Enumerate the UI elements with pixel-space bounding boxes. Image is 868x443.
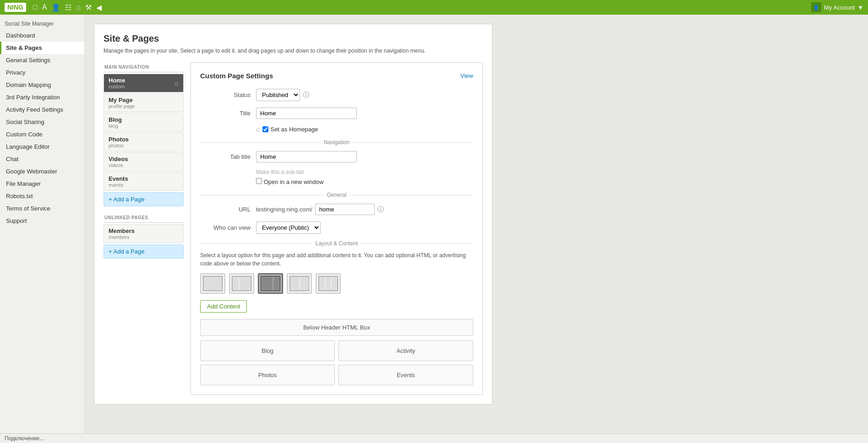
sidebar-item-domain-mapping[interactable]: Domain Mapping: [0, 79, 84, 91]
open-window-label[interactable]: Open in a new window: [256, 178, 323, 185]
layout-option-3[interactable]: [258, 273, 283, 294]
sidebar-item-file-manager[interactable]: File Manager: [0, 178, 84, 190]
sidebar-item-google-webmaster[interactable]: Google Webmaster: [0, 165, 84, 178]
logo[interactable]: NING: [5, 3, 26, 12]
status-label: Status: [200, 92, 251, 98]
tab-title-label: Tab title: [200, 153, 251, 160]
layout-option-2[interactable]: [229, 273, 254, 294]
add-page-button-main[interactable]: + Add a Page: [104, 192, 184, 206]
add-page-button-unlinked[interactable]: + Add a Page: [104, 244, 184, 259]
url-help-icon[interactable]: ⓘ: [377, 205, 384, 214]
open-window-checkbox[interactable]: [256, 178, 262, 184]
tab-title-row: Tab title: [200, 151, 473, 162]
svg-rect-6: [262, 277, 273, 290]
account-avatar: 👤: [811, 2, 821, 12]
layout: Social Site Manager Dashboard Site & Pag…: [0, 15, 868, 443]
page-item-events[interactable]: Events events: [104, 172, 184, 191]
page-item-videos-name: Videos: [109, 156, 128, 162]
content-grid: Blog Activity Photos Events: [200, 340, 473, 385]
page-item-blog-name: Blog: [109, 116, 122, 123]
page-item-home-name: Home: [109, 77, 125, 84]
sidebar-item-site-pages[interactable]: Site & Pages: [0, 42, 84, 54]
logo-text: NING: [5, 3, 26, 12]
sidebar-item-language-editor[interactable]: Language Editor: [0, 140, 84, 153]
page-item-members-name: Members: [109, 227, 135, 234]
tab-title-input[interactable]: [256, 151, 357, 162]
svg-rect-7: [273, 277, 279, 290]
layout-option-5[interactable]: [316, 273, 341, 294]
url-label: URL: [200, 206, 251, 213]
main-content: Site & Pages Manage the pages in your si…: [85, 15, 868, 443]
status-select[interactable]: Published Draft Hidden: [256, 89, 300, 101]
svg-rect-9: [291, 277, 299, 290]
svg-rect-1: [204, 277, 221, 290]
layout-option-1[interactable]: [200, 273, 225, 294]
sidebar-item-robots-txt[interactable]: Robots.txt: [0, 190, 84, 202]
page-item-blog[interactable]: Blog blog: [104, 113, 184, 132]
layout-description: Select a layout option for this page and…: [200, 251, 473, 268]
svg-rect-13: [326, 277, 331, 290]
page-item-mypage[interactable]: My Page profile page: [104, 93, 184, 112]
svg-rect-4: [240, 277, 250, 290]
home-nav-icon[interactable]: ⌂: [76, 3, 81, 11]
user-nav-icon[interactable]: 👤: [51, 3, 60, 12]
below-header-box: Below Header HTML Box: [200, 319, 473, 336]
url-input[interactable]: [315, 204, 375, 215]
page-item-events-sub: events: [109, 182, 128, 188]
top-nav-icons: □ A 👤 ☷ ⌂ ⚒ ◀: [33, 3, 102, 12]
content-block-activity[interactable]: Activity: [338, 340, 473, 361]
page-item-members[interactable]: Members members: [104, 224, 184, 243]
pages-nav-icon[interactable]: □: [33, 3, 38, 11]
add-content-button[interactable]: Add Content: [200, 300, 247, 313]
page-item-home[interactable]: Home custom ⌂: [104, 74, 184, 92]
set-homepage-label[interactable]: Set as Homepage: [262, 126, 318, 133]
sidebar-item-privacy[interactable]: Privacy: [0, 66, 84, 79]
home-page-icon: ⌂: [175, 80, 179, 87]
site-manager-title: Social Site Manager: [0, 17, 84, 29]
content-area: MAIN NAVIGATION Home custom ⌂ My Page: [104, 62, 483, 395]
main-nav-label: MAIN NAVIGATION: [104, 62, 184, 72]
page-item-blog-sub: blog: [109, 123, 122, 129]
content-block-photos[interactable]: Photos: [200, 365, 335, 385]
sidebar-item-dashboard[interactable]: Dashboard: [0, 29, 84, 42]
status-help-icon[interactable]: ⓘ: [303, 91, 309, 99]
arrow-nav-icon[interactable]: ◀: [96, 3, 102, 12]
sidebar-item-custom-code[interactable]: Custom Code: [0, 128, 84, 140]
sidebar-item-terms-of-service[interactable]: Terms of Service: [0, 202, 84, 215]
title-input[interactable]: [256, 108, 357, 119]
who-can-view-select[interactable]: Everyone (Public) Members Only Admins On…: [256, 222, 321, 234]
content-block-blog[interactable]: Blog: [200, 340, 335, 361]
page-item-videos-sub: videos: [109, 162, 128, 168]
set-homepage-checkbox[interactable]: [262, 126, 268, 132]
url-input-group: testingning.ning.com/ ⓘ: [256, 204, 384, 215]
page-item-photos[interactable]: Photos photos: [104, 133, 184, 151]
title-row: Title: [200, 108, 473, 119]
grid-nav-icon[interactable]: ☷: [65, 3, 71, 12]
svg-rect-14: [332, 277, 337, 290]
sidebar-item-activity-feed-settings[interactable]: Activity Feed Settings: [0, 103, 84, 116]
home-icon: ⌂: [256, 125, 260, 133]
page-item-members-sub: members: [109, 234, 135, 240]
view-link[interactable]: View: [460, 72, 473, 79]
page-item-events-name: Events: [109, 175, 128, 182]
sidebar-item-support[interactable]: Support: [0, 215, 84, 227]
font-nav-icon[interactable]: A: [42, 3, 47, 11]
url-row: URL testingning.ning.com/ ⓘ: [200, 204, 473, 215]
page-item-photos-name: Photos: [109, 136, 129, 143]
content-block-events[interactable]: Events: [338, 365, 473, 385]
url-prefix: testingning.ning.com/: [256, 206, 312, 213]
wrench-nav-icon[interactable]: ⚒: [85, 3, 92, 12]
page-item-photos-sub: photos: [109, 143, 129, 148]
sidebar-item-3rd-party-integration[interactable]: 3rd Party Integration: [0, 91, 84, 103]
sidebar-item-chat[interactable]: Chat: [0, 153, 84, 165]
my-account-label: My Account: [824, 4, 855, 11]
sidebar-item-social-sharing[interactable]: Social Sharing: [0, 116, 84, 128]
my-account-button[interactable]: 👤 My Account ▼: [811, 2, 863, 12]
page-item-videos[interactable]: Videos videos: [104, 152, 184, 171]
sidebar-item-general-settings[interactable]: General Settings: [0, 54, 84, 66]
page-title: Site & Pages: [104, 33, 483, 44]
who-can-view-label: Who can view: [200, 224, 251, 231]
settings-card-title: Custom Page Settings: [200, 72, 273, 80]
svg-rect-12: [320, 277, 325, 290]
layout-option-4[interactable]: [287, 273, 312, 294]
